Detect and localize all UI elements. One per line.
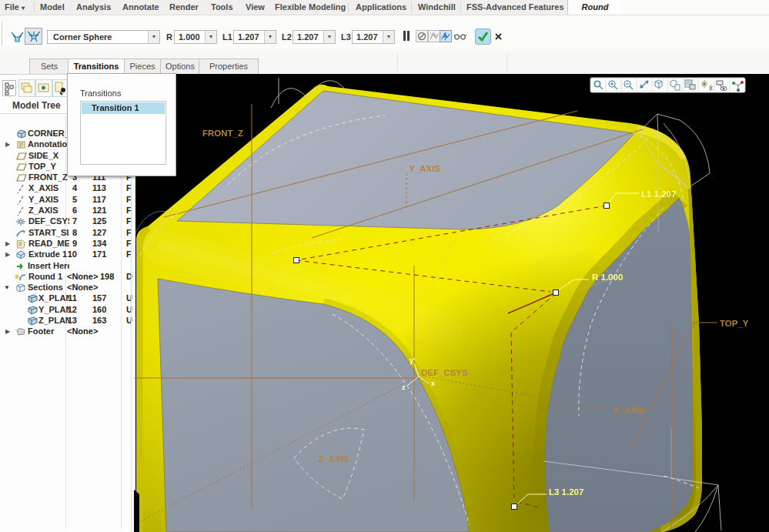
- svg-text:Z_AXIS: Z_AXIS: [318, 454, 349, 463]
- svg-text:y': y': [410, 356, 415, 364]
- svg-text:x: x: [431, 380, 435, 387]
- svg-text:FRONT_Z: FRONT_Z: [202, 129, 243, 138]
- svg-text:R 1.000: R 1.000: [592, 273, 623, 282]
- svg-text:Y_AXIS: Y_AXIS: [409, 164, 440, 173]
- svg-text:L3 1.207: L3 1.207: [549, 487, 583, 497]
- svg-text:z: z: [402, 383, 406, 391]
- svg-text:X_AXIS: X_AXIS: [614, 406, 645, 415]
- svg-text:DEF_CSYS: DEF_CSYS: [421, 368, 468, 377]
- svg-text:TOP_Y: TOP_Y: [720, 319, 749, 328]
- svg-text:L1 1.207: L1 1.207: [641, 189, 676, 199]
